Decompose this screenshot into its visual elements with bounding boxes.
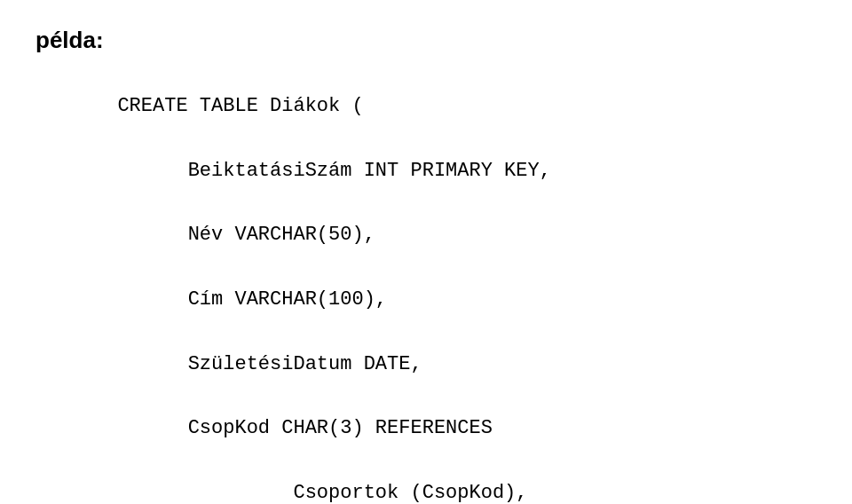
code-line-2: BeiktatásiSzám INT PRIMARY KEY, (83, 160, 551, 182)
bold-label: példa: (36, 27, 104, 53)
code-line-3: Név VARCHAR(50), (83, 224, 375, 246)
page-container: példa: CREATE TABLE Diákok ( BeiktatásiS… (36, 27, 816, 504)
code-line-6: CsopKod CHAR(3) REFERENCES (83, 417, 493, 439)
code-line-7: Csoportok (CsopKod), (83, 482, 528, 504)
code-line-4: Cím VARCHAR(100), (83, 288, 387, 311)
code-line-5: SzületésiDatum DATE, (83, 353, 422, 375)
code-line-1: CREATE TABLE Diákok ( (83, 95, 364, 117)
intro-label: példa: (36, 27, 816, 55)
code-block: CREATE TABLE Diákok ( BeiktatásiSzám INT… (36, 59, 816, 504)
